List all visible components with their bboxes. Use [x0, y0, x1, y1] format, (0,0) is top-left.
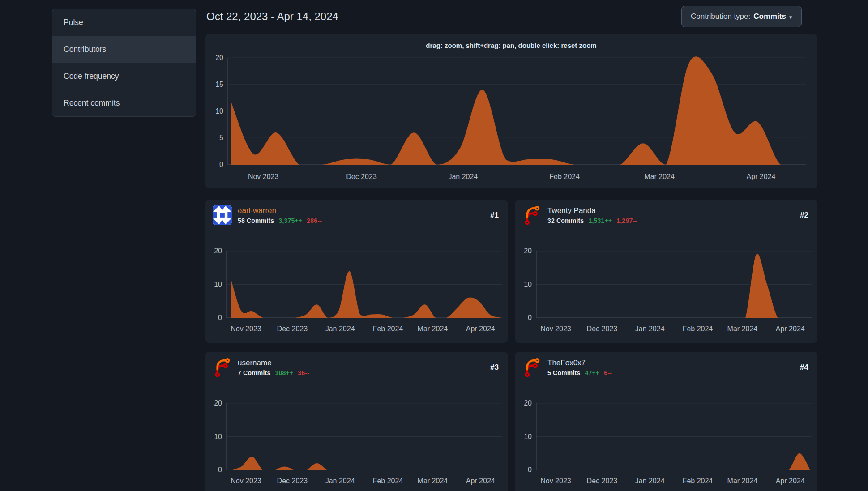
additions-count: 47++: [585, 369, 599, 376]
contributor-card: TheFox0x7 5 Commits 47++ 6-- #4 01020Nov…: [515, 352, 817, 491]
contributor-stats: 5 Commits 47++ 6--: [547, 369, 794, 376]
svg-text:Mar 2024: Mar 2024: [727, 325, 758, 333]
svg-text:Dec 2023: Dec 2023: [346, 173, 377, 180]
contributor-meta: TheFox0x7 5 Commits 47++ 6--: [547, 359, 794, 376]
svg-text:Apr 2024: Apr 2024: [466, 477, 495, 485]
contribution-type-label: Contribution type:: [691, 12, 750, 21]
chevron-down-icon: ▾: [789, 14, 792, 21]
contribution-type-value: Commits: [753, 12, 786, 21]
commit-count: 7 Commits: [238, 369, 270, 376]
contributor-meta: Twenty Panda 32 Commits 1,531++ 1,297--: [547, 206, 794, 224]
forgejo-logo-avatar: [522, 358, 542, 377]
overall-commits-chart[interactable]: 05101520Nov 2023Dec 2023Jan 2024Feb 2024…: [205, 34, 817, 188]
contributor-card: earl-warren 58 Commits 3,375++ 286-- #1 …: [205, 200, 508, 343]
svg-text:10: 10: [524, 433, 532, 440]
identicon-avatar: [213, 205, 232, 225]
svg-text:Dec 2023: Dec 2023: [277, 477, 308, 485]
commit-count: 58 Commits: [238, 217, 274, 224]
svg-text:Apr 2024: Apr 2024: [466, 325, 495, 333]
contributor-name[interactable]: username: [238, 359, 484, 367]
svg-text:Mar 2024: Mar 2024: [644, 173, 675, 180]
svg-text:Nov 2023: Nov 2023: [540, 325, 571, 333]
contributor-name[interactable]: Twenty Panda: [547, 206, 794, 215]
svg-text:0: 0: [528, 466, 532, 474]
svg-text:20: 20: [215, 54, 223, 61]
contributor-stats: 32 Commits 1,531++ 1,297--: [547, 217, 794, 224]
commit-count: 5 Commits: [547, 369, 580, 376]
repo-activity-menu: Pulse Contributors Code frequency Recent…: [52, 9, 196, 117]
svg-text:Mar 2024: Mar 2024: [418, 325, 448, 333]
additions-count: 3,375++: [278, 217, 302, 224]
overall-contributions-panel: drag: zoom, shift+drag: pan, double clic…: [205, 34, 817, 188]
rank-badge: #4: [800, 363, 808, 372]
rank-badge: #1: [490, 211, 499, 220]
svg-text:Apr 2024: Apr 2024: [776, 325, 805, 333]
rank-badge: #3: [490, 363, 499, 372]
svg-text:Dec 2023: Dec 2023: [587, 477, 618, 485]
svg-text:0: 0: [218, 466, 222, 474]
contributor-commits-chart[interactable]: 01020Nov 2023Dec 2023Jan 2024Feb 2024Mar…: [515, 383, 817, 491]
contributor-card: Twenty Panda 32 Commits 1,531++ 1,297-- …: [515, 200, 817, 343]
additions-count: 1,531++: [588, 217, 612, 224]
sidebar-item-recent-commits[interactable]: Recent commits: [52, 90, 196, 116]
svg-text:Jan 2024: Jan 2024: [635, 477, 665, 485]
svg-text:Mar 2024: Mar 2024: [727, 477, 758, 485]
svg-text:10: 10: [214, 433, 222, 440]
svg-text:Feb 2024: Feb 2024: [683, 477, 713, 485]
svg-text:20: 20: [214, 247, 222, 255]
svg-text:Jan 2024: Jan 2024: [325, 477, 355, 485]
svg-text:Feb 2024: Feb 2024: [373, 325, 403, 333]
svg-text:Feb 2024: Feb 2024: [373, 477, 403, 485]
svg-text:Apr 2024: Apr 2024: [776, 477, 805, 485]
contribution-type-dropdown[interactable]: Contribution type: Commits ▾: [681, 6, 802, 27]
sidebar-item-pulse[interactable]: Pulse: [52, 9, 196, 36]
svg-text:Feb 2024: Feb 2024: [549, 173, 580, 180]
contributors-page: Pulse Contributors Code frequency Recent…: [0, 0, 868, 491]
contributor-name[interactable]: TheFox0x7: [547, 359, 794, 367]
svg-text:5: 5: [219, 134, 223, 141]
contributor-name[interactable]: earl-warren: [238, 206, 484, 215]
contributor-card: username 7 Commits 108++ 36-- #3 01020No…: [205, 352, 508, 491]
deletions-count: 6--: [604, 369, 612, 376]
svg-text:0: 0: [219, 161, 223, 168]
svg-text:Apr 2024: Apr 2024: [746, 173, 775, 180]
contributor-card-header: TheFox0x7 5 Commits 47++ 6-- #4: [522, 358, 808, 377]
additions-count: 108++: [275, 369, 293, 376]
svg-text:15: 15: [215, 81, 223, 88]
sidebar-item-code-frequency[interactable]: Code frequency: [52, 63, 196, 90]
contributor-commits-chart[interactable]: 01020Nov 2023Dec 2023Jan 2024Feb 2024Mar…: [205, 383, 508, 491]
rank-badge: #2: [800, 211, 808, 220]
contributor-stats: 58 Commits 3,375++ 286--: [238, 217, 484, 224]
svg-text:Jan 2024: Jan 2024: [448, 173, 478, 180]
commit-count: 32 Commits: [547, 217, 584, 224]
contributor-commits-chart[interactable]: 01020Nov 2023Dec 2023Jan 2024Feb 2024Mar…: [515, 231, 817, 343]
date-range-title: Oct 22, 2023 - Apr 14, 2024: [206, 10, 338, 23]
svg-text:Dec 2023: Dec 2023: [277, 325, 308, 333]
svg-text:Nov 2023: Nov 2023: [540, 477, 571, 485]
svg-text:Jan 2024: Jan 2024: [325, 325, 355, 333]
contributor-card-header: earl-warren 58 Commits 3,375++ 286-- #1: [213, 205, 499, 225]
svg-text:20: 20: [214, 399, 222, 407]
svg-text:Dec 2023: Dec 2023: [587, 325, 618, 333]
svg-text:Mar 2024: Mar 2024: [418, 477, 448, 485]
svg-text:20: 20: [524, 399, 532, 407]
contributor-card-header: username 7 Commits 108++ 36-- #3: [213, 358, 499, 377]
contributor-meta: username 7 Commits 108++ 36--: [238, 359, 484, 376]
deletions-count: 1,297--: [616, 217, 637, 224]
forgejo-logo-avatar: [522, 205, 542, 225]
svg-text:Nov 2023: Nov 2023: [231, 325, 261, 333]
forgejo-logo-avatar: [213, 358, 232, 377]
contributor-commits-chart[interactable]: 01020Nov 2023Dec 2023Jan 2024Feb 2024Mar…: [205, 231, 508, 343]
svg-text:Nov 2023: Nov 2023: [248, 173, 279, 180]
deletions-count: 36--: [298, 369, 309, 376]
svg-text:Nov 2023: Nov 2023: [231, 477, 261, 485]
deletions-count: 286--: [307, 217, 322, 224]
sidebar-item-contributors[interactable]: Contributors: [52, 36, 196, 63]
svg-text:Feb 2024: Feb 2024: [683, 325, 713, 333]
contributor-meta: earl-warren 58 Commits 3,375++ 286--: [238, 206, 484, 224]
svg-text:10: 10: [215, 107, 223, 115]
contributor-card-header: Twenty Panda 32 Commits 1,531++ 1,297-- …: [522, 205, 808, 225]
svg-text:0: 0: [528, 314, 532, 321]
svg-text:0: 0: [218, 314, 222, 321]
svg-text:10: 10: [524, 281, 532, 288]
